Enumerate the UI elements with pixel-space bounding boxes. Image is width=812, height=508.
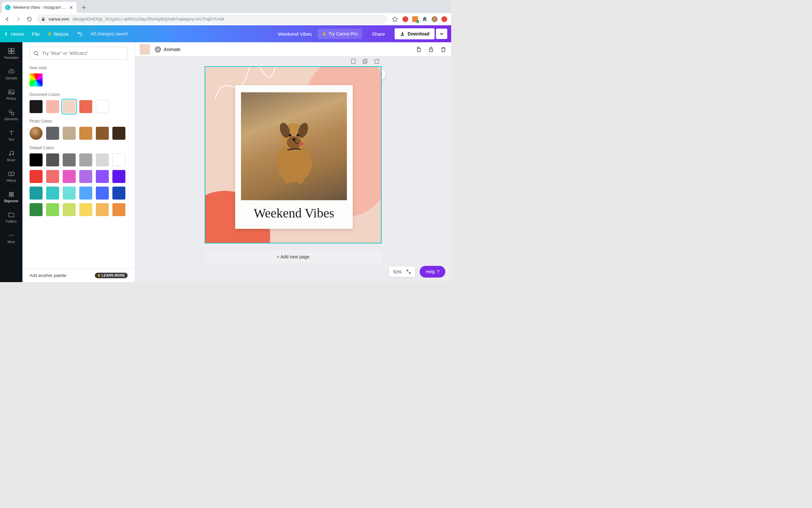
extensions-menu-icon[interactable] — [422, 16, 428, 22]
color-swatch[interactable] — [46, 100, 59, 113]
nav-videos[interactable]: Videos — [0, 168, 22, 184]
color-swatch[interactable] — [63, 127, 76, 140]
color-swatch[interactable] — [96, 154, 109, 166]
download-label: Download — [408, 31, 429, 36]
color-swatch[interactable] — [46, 170, 59, 183]
search-icon — [33, 50, 39, 56]
color-swatch[interactable] — [112, 186, 125, 200]
color-swatch[interactable] — [79, 170, 92, 183]
help-button[interactable]: Help ? — [420, 266, 445, 278]
new-color-swatch[interactable] — [30, 74, 43, 86]
editor-toolbar: Animate — [135, 42, 451, 56]
try-pro-button[interactable]: ♛ Try Canva Pro — [318, 29, 362, 39]
nav-uploads[interactable]: Uploads — [0, 66, 22, 82]
share-button[interactable]: Share — [368, 29, 389, 39]
chevron-left-icon — [4, 32, 8, 36]
color-swatch[interactable] — [46, 127, 59, 140]
templates-icon — [8, 47, 15, 55]
color-swatch[interactable] — [96, 127, 109, 140]
nav-text[interactable]: Text — [0, 127, 22, 143]
color-swatch[interactable] — [79, 203, 92, 216]
color-swatch[interactable] — [30, 203, 43, 216]
polaroid-frame[interactable]: Weekend Vibes — [235, 85, 353, 229]
color-swatch[interactable] — [63, 170, 76, 183]
duplicate-page-icon[interactable] — [362, 58, 368, 65]
color-swatch[interactable] — [46, 154, 59, 166]
color-swatch[interactable] — [63, 100, 76, 113]
reload-button[interactable] — [26, 16, 33, 23]
zoom-control[interactable]: 52% — [389, 266, 415, 277]
color-swatch[interactable] — [63, 154, 76, 166]
notes-icon[interactable] — [350, 58, 356, 65]
browser-tab[interactable]: C Weekend Vibes - Instagram Po — [2, 2, 77, 13]
color-swatch[interactable] — [96, 170, 109, 183]
nav-label: Music — [7, 158, 15, 162]
color-swatch[interactable] — [96, 100, 109, 113]
color-swatch[interactable] — [112, 154, 125, 166]
forward-button[interactable] — [15, 16, 21, 23]
music-icon — [8, 150, 15, 157]
extension-icon[interactable]: 1 — [412, 16, 418, 22]
color-swatch[interactable] — [112, 203, 125, 216]
home-button[interactable]: Home — [4, 31, 24, 37]
color-swatch[interactable] — [30, 100, 43, 113]
nav-bkground[interactable]: Bkground — [0, 189, 22, 205]
expand-icon[interactable] — [406, 269, 411, 274]
nav-elements[interactable]: Elements — [0, 107, 22, 123]
document-name[interactable]: Weekend Vibes — [278, 31, 312, 37]
color-swatch[interactable] — [79, 100, 92, 113]
nav-more[interactable]: More — [0, 230, 22, 246]
color-swatch[interactable] — [30, 154, 43, 166]
url-input[interactable]: canva.com/design/DAEHgI_3A1g/0zJ-qMNGzZi… — [37, 15, 387, 24]
copy-style-button[interactable] — [416, 46, 422, 53]
color-swatch[interactable] — [79, 154, 92, 166]
color-swatch[interactable] — [63, 186, 76, 200]
color-search-input[interactable]: Try "blue" or "#00c4cc" — [30, 47, 128, 60]
undo-button[interactable] — [76, 31, 83, 37]
nav-templates[interactable]: Templates — [0, 45, 22, 61]
download-more-button[interactable] — [436, 29, 447, 39]
lock-button[interactable] — [428, 46, 434, 53]
color-swatch[interactable] — [63, 203, 76, 216]
animate-button[interactable]: Animate — [155, 46, 180, 53]
color-swatch[interactable] — [30, 186, 43, 200]
add-page-button[interactable]: + Add new page — [205, 251, 382, 263]
nav-music[interactable]: Music — [0, 148, 22, 164]
color-swatch[interactable] — [112, 127, 125, 140]
color-swatch[interactable] — [46, 203, 59, 216]
back-button[interactable] — [4, 16, 10, 23]
color-swatch[interactable] — [30, 170, 43, 183]
nav-folders[interactable]: Folders — [0, 209, 22, 225]
color-swatch[interactable] — [46, 186, 59, 200]
color-swatch[interactable] — [30, 127, 43, 140]
extension-icon[interactable] — [441, 16, 447, 22]
profile-avatar[interactable] — [432, 16, 437, 22]
svg-rect-19 — [351, 59, 355, 64]
new-tab-button[interactable] — [79, 3, 88, 12]
add-page-icon[interactable] — [374, 58, 380, 65]
add-palette-label[interactable]: Add another palette — [30, 273, 66, 278]
question-icon: ? — [437, 269, 439, 274]
nav-photos[interactable]: Photos — [0, 86, 22, 102]
resize-button[interactable]: ♛ Resize — [47, 31, 68, 37]
default-colors-label: Default Colors — [30, 145, 128, 150]
color-swatch[interactable] — [96, 186, 109, 200]
learn-more-button[interactable]: ♛ LEARN MORE — [95, 273, 128, 278]
color-swatch[interactable] — [96, 203, 109, 216]
extension-icon[interactable] — [402, 16, 408, 22]
background-color-chip[interactable] — [140, 44, 150, 55]
close-tab-icon[interactable] — [69, 5, 74, 10]
color-swatch[interactable] — [112, 170, 125, 183]
svg-rect-3 — [8, 51, 11, 54]
download-button[interactable]: Download — [395, 28, 435, 39]
design-canvas[interactable]: Weekend Vibes — [205, 66, 382, 244]
svg-point-17 — [156, 48, 159, 51]
nav-label: More — [7, 240, 15, 244]
color-swatch[interactable] — [79, 186, 92, 200]
delete-button[interactable] — [440, 46, 446, 53]
bookmark-star-icon[interactable] — [392, 16, 398, 22]
app-top-bar: Home File ♛ Resize All changes saved Wee… — [0, 25, 451, 42]
polaroid-caption[interactable]: Weekend Vibes — [241, 205, 347, 221]
color-swatch[interactable] — [79, 127, 92, 140]
file-menu[interactable]: File — [32, 31, 40, 37]
